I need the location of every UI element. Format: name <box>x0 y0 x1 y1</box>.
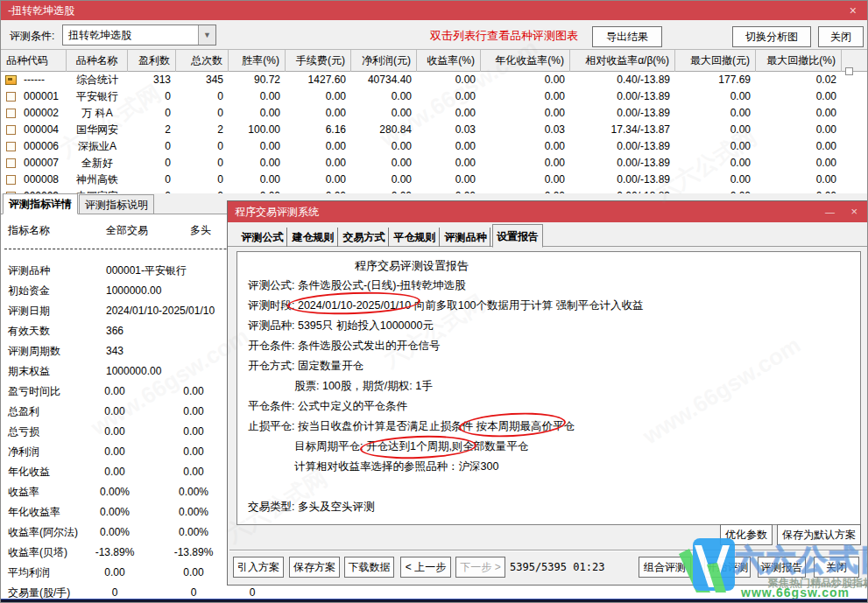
report-line <box>237 477 860 497</box>
indicator-label: 年化收益率 <box>8 504 60 520</box>
table-cell: 0.00 <box>756 172 842 188</box>
window-title: -扭转乾坤选股 <box>8 4 74 17</box>
table-cell: 0 <box>176 88 229 105</box>
indicator-label: 总盈利 <box>8 403 39 419</box>
table-cell: 0.00 <box>417 105 481 122</box>
table-row[interactable]: 000002万 科A000.000.000.000.000.000.00/-13… <box>1 105 868 122</box>
table-row[interactable]: 000001平安银行000.000.000.000.000.000.00/-13… <box>1 88 868 105</box>
chevron-down-icon[interactable]: ▼ <box>198 25 215 45</box>
eval-report-button[interactable]: 评测报告 <box>758 557 806 578</box>
column-header[interactable]: 相对收益率α/β(%) <box>570 50 675 72</box>
table-cell: 0.00/-13.89 <box>570 105 675 122</box>
next-step-button[interactable]: 下一步 > <box>455 557 505 578</box>
indicator-label: 收益率(贝塔) <box>8 544 67 560</box>
switch-analysis-chart-button[interactable]: 切换分析图 <box>732 26 811 47</box>
table-cell: ------ <box>18 72 67 88</box>
table-cell: 0 <box>176 105 229 122</box>
row-checkbox[interactable] <box>6 125 16 135</box>
save-as-default-button[interactable]: 保存为默认方案 <box>777 524 861 545</box>
dialog-close-button[interactable]: 关闭 <box>814 557 859 578</box>
indicator-value: 0.00% <box>163 524 224 540</box>
table-cell: 0.00 <box>417 72 481 88</box>
start-eval-button[interactable]: 开始评测 <box>704 557 751 578</box>
dialog-tab-active[interactable]: 设置报告 <box>492 224 543 248</box>
dialog-title: 程序交易评测系统 <box>235 206 319 218</box>
optimize-params-button[interactable]: 优化参数 <box>720 524 773 545</box>
import-plan-button[interactable]: 引入方案 <box>233 557 284 578</box>
report-line: 评测品种: 5395只 初始投入1000000元 <box>237 316 860 336</box>
table-header-row: 品种代码品种名称盈利数总次数胜率(%)手续费(元)净利润(元)收益率(%)年化收… <box>1 50 868 72</box>
table-cell: 0.00 <box>417 138 481 155</box>
dialog-tab-item[interactable]: 平仓规则 <box>391 228 440 247</box>
dialog-minimize-icon[interactable]: — <box>825 201 835 222</box>
dialog-tab-item[interactable]: 评测品种 <box>441 228 490 247</box>
indicator-value: 343 <box>106 343 123 359</box>
indicator-value: 0.00 <box>84 444 145 459</box>
select-all-checkbox[interactable] <box>845 67 853 75</box>
dialog-tab-item[interactable]: 建仓规则 <box>289 228 338 247</box>
report-box: 程序交易评测设置报告 评测公式: 条件选股公式-(日线)-扭转乾坤选股评测时段:… <box>236 251 861 525</box>
table-cell: 万 科A <box>67 105 128 122</box>
table-row[interactable]: 000008神州高铁000.000.000.000.000.000.00/-13… <box>1 172 868 188</box>
tab-indicator-notes[interactable]: 评测指标说明 <box>79 194 154 214</box>
dialog-titlebar: 程序交易评测系统 — × <box>228 201 868 222</box>
column-header[interactable]: 收益率(%) <box>417 50 481 72</box>
indicator-value: 1000000.00 <box>106 283 161 298</box>
table-cell: 0.00 <box>351 138 417 155</box>
indicator-label: 收益率 <box>8 484 39 500</box>
table-cell: 0.00 <box>675 88 756 105</box>
tab-indicator-details[interactable]: 评测指标详情 <box>3 193 78 214</box>
indicator-label: 净利润 <box>8 444 39 459</box>
table-row[interactable]: 000006深振业A000.000.000.000.000.000.00/-13… <box>1 138 868 155</box>
column-header[interactable]: 胜率(%) <box>229 50 286 72</box>
column-header[interactable]: 净利润(元) <box>351 50 417 72</box>
table-cell: 0.00 <box>286 172 351 188</box>
row-checkbox[interactable] <box>6 158 16 168</box>
table-cell: 1427.60 <box>286 72 351 88</box>
table-cell: 0.00 <box>481 172 570 188</box>
table-row[interactable]: ------综合统计31334590.721427.6040734.400.00… <box>1 72 868 88</box>
prev-step-button[interactable]: < 上一步 <box>400 557 451 578</box>
dialog-close-icon[interactable]: × <box>850 201 857 222</box>
table-cell: 100.00 <box>229 122 286 138</box>
table-row[interactable]: 000004国华网安22100.006.16280.840.030.0317.3… <box>1 122 868 138</box>
row-checkbox[interactable] <box>6 175 16 185</box>
table-cell: 0.00/-13.89 <box>570 155 675 172</box>
table-row[interactable]: 000007全新好000.000.000.000.000.000.00/-13.… <box>1 155 868 172</box>
table-cell: 0 <box>176 172 229 188</box>
download-data-button[interactable]: 下载数据 <box>344 557 394 578</box>
table-cell: 177.69 <box>675 72 756 88</box>
column-header[interactable]: 品种代码 <box>1 50 67 72</box>
dialog-tab-item[interactable]: 评测公式 <box>238 228 287 247</box>
row-checkbox[interactable] <box>6 109 16 118</box>
report-line: 股票: 100股，期货/期权: 1手 <box>237 376 860 396</box>
row-checkbox[interactable] <box>6 142 16 151</box>
column-header[interactable]: 最大回撤(元) <box>675 50 756 72</box>
table-cell: 0.00 <box>351 155 417 172</box>
toolbar-close-button[interactable]: 关闭 <box>818 26 864 47</box>
table-cell: 0.00 <box>756 155 842 172</box>
column-header[interactable]: 手续费(元) <box>286 50 351 72</box>
condition-combobox[interactable]: 扭转乾坤选股 ▼ <box>62 25 216 46</box>
table-cell: 0.00 <box>675 138 756 155</box>
export-results-button[interactable]: 导出结果 <box>592 26 662 47</box>
combo-eval-button[interactable]: 组合评测 <box>639 557 691 578</box>
table-cell: 0.03 <box>417 122 481 138</box>
column-header[interactable]: 年化收益率(%) <box>481 50 570 72</box>
save-plan-button[interactable]: 保存方案 <box>289 557 340 578</box>
window-close-icon[interactable]: × <box>850 1 857 20</box>
row-checkbox[interactable] <box>6 92 16 102</box>
table-cell: 0.00 <box>675 122 756 138</box>
condition-label: 评测条件: <box>10 29 54 44</box>
column-header[interactable]: 品种名称 <box>67 50 128 72</box>
summary-icon <box>5 75 17 85</box>
column-header[interactable]: 盈利数 <box>128 50 176 72</box>
indicator-value: 0.00% <box>84 504 145 520</box>
indicator-label: 评测周期数 <box>8 343 60 359</box>
table-cell: 6.16 <box>286 122 351 138</box>
column-header[interactable]: 总次数 <box>176 50 229 72</box>
evaluation-dialog: 程序交易评测系统 — × 评测公式建仓规则交易方式平仓规则评测品种设置报告 程序… <box>227 200 868 585</box>
dialog-tab-item[interactable]: 交易方式 <box>340 228 389 247</box>
column-header[interactable]: 最大回撤比(%) <box>756 50 842 72</box>
table-cell: 0.00 <box>286 105 351 122</box>
